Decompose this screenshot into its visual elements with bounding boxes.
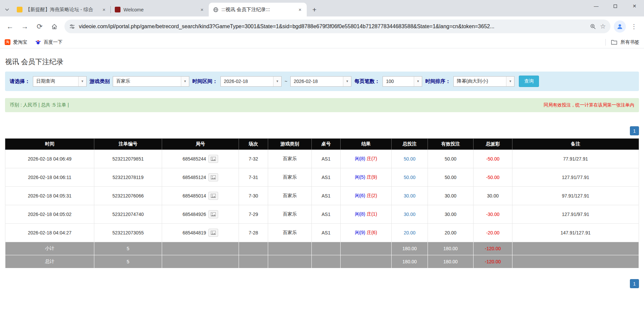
- cell-payout: -20.00: [474, 224, 512, 242]
- home-icon[interactable]: [48, 20, 61, 33]
- game-type-select[interactable]: 百家乐 ▼: [113, 76, 189, 87]
- subtotal-row: 小计 5 180.00 180.00 -120.00: [5, 242, 639, 255]
- page-1-button[interactable]: 1: [630, 279, 639, 288]
- address-bar[interactable]: videoie.com/ipl/portal.php/game/betrecor…: [64, 19, 610, 33]
- cell-table-no: AS1: [312, 168, 341, 187]
- grand-total-count: 5: [94, 255, 162, 268]
- zoom-icon[interactable]: [590, 24, 596, 30]
- cell-bet-no: 523212076066: [94, 187, 162, 205]
- page-size-select[interactable]: 100 ▼: [383, 76, 422, 87]
- cell-table-no: AS1: [312, 187, 341, 205]
- cell-session: 7-31: [239, 168, 268, 187]
- tab-close-icon[interactable]: ×: [297, 6, 303, 13]
- site-settings-icon[interactable]: [69, 24, 75, 30]
- cell-note: 127.91/97.91: [512, 205, 639, 224]
- round-result-button[interactable]: [208, 229, 218, 237]
- currency-summary-text: 币别 : 人民币 | 总共 :5 注单 |: [10, 102, 69, 108]
- chevron-down-icon[interactable]: ▼: [181, 77, 189, 86]
- table-row: 2026-02-18 04:06:49 523212079851 6854852…: [5, 150, 639, 168]
- time-sort-label: 时间排序：: [425, 78, 450, 85]
- cell-total-bet: 50.00: [392, 150, 428, 168]
- subtotal-payout: -120.00: [474, 242, 512, 255]
- cell-game: 百家乐: [268, 168, 312, 187]
- cell-time: 2026-02-18 04:06:11: [5, 168, 94, 187]
- chevron-down-icon[interactable]: ▼: [506, 77, 514, 86]
- result-player: 闲(5): [355, 174, 365, 180]
- browser-tab-bet-records[interactable]: :::视讯 会员下注纪录::: ×: [209, 3, 307, 16]
- tab-title: :::视讯 会员下注纪录:::: [221, 6, 294, 13]
- round-no-text: 685485014: [183, 193, 206, 198]
- result-player: 闲(9): [355, 230, 365, 235]
- search-button[interactable]: 查询: [519, 76, 539, 87]
- window-close-button[interactable]: ✕: [625, 0, 644, 12]
- browser-tab-welcome[interactable]: Welcome ×: [111, 3, 209, 16]
- cell-time: 2026-02-18 04:04:27: [5, 224, 94, 242]
- query-type-select[interactable]: 日期查询 ▼: [33, 76, 87, 87]
- profile-avatar[interactable]: [614, 20, 626, 33]
- round-no-text: 685485244: [183, 156, 206, 162]
- col-header-time: 时间: [5, 139, 94, 150]
- tab-close-icon[interactable]: ×: [101, 6, 107, 13]
- date-from-select[interactable]: 2026-02-18 ▼: [220, 76, 282, 87]
- date-to-select[interactable]: 2026-02-18 ▼: [290, 76, 351, 87]
- subtotal-count: 5: [94, 242, 162, 255]
- round-result-button[interactable]: [208, 155, 218, 163]
- cell-bet-no: 523212073055: [94, 224, 162, 242]
- table-row: 2026-02-18 04:06:11 523212078119 6854851…: [5, 168, 639, 187]
- browser-tab-forum[interactable]: 【新提醒】海燕策略论坛 - 综合 ×: [13, 3, 111, 16]
- col-header-valid-bet: 有效投注: [428, 139, 474, 150]
- cell-note: 147.91/127.91: [512, 224, 639, 242]
- cell-total-bet: 30.00: [392, 205, 428, 224]
- chevron-down-icon[interactable]: ▼: [273, 77, 281, 86]
- round-result-button[interactable]: [208, 210, 218, 218]
- window-minimize-button[interactable]: —: [587, 0, 606, 12]
- cell-time: 2026-02-18 04:05:31: [5, 187, 94, 205]
- filter-bar: 请选择： 日期查询 ▼ 游戏类别 百家乐 ▼ 时间区间： 2026-02-18 …: [5, 72, 639, 91]
- cell-result: 闲(6) 庄(2): [341, 187, 392, 205]
- bookmark-star-icon[interactable]: ☆: [600, 23, 606, 30]
- cell-valid-bet: 50.00: [428, 150, 474, 168]
- cell-session: 7-32: [239, 150, 268, 168]
- browser-tab-bar: 【新提醒】海燕策略论坛 - 综合 × Welcome × :::视讯 会员下注纪…: [0, 0, 644, 16]
- bookmark-label: 爱淘宝: [13, 39, 27, 45]
- menu-kebab-icon[interactable]: ⋮: [627, 20, 641, 33]
- cell-payout: -50.00: [474, 150, 512, 168]
- back-icon[interactable]: ←: [3, 20, 17, 33]
- round-result-button[interactable]: [208, 173, 218, 181]
- select-type-label: 请选择：: [10, 78, 30, 85]
- tab-title: Welcome: [123, 7, 196, 12]
- col-header-bet-no: 注单编号: [94, 139, 162, 150]
- cell-round-no: 685484819: [162, 224, 239, 242]
- time-sort-select[interactable]: 降幂(由大到小) ▼: [453, 76, 514, 87]
- cell-round-no: 685485014: [162, 187, 239, 205]
- col-header-round-no: 局号: [162, 139, 239, 150]
- time-sort-value: 降幂(由大到小): [454, 77, 506, 86]
- cell-bet-no: 523212079851: [94, 150, 162, 168]
- bet-records-table: 时间 注单编号 局号 场次 游戏类别 桌号 结果 总投注 有效投注 总派彩 备注…: [5, 138, 639, 268]
- tab-close-icon[interactable]: ×: [199, 6, 205, 13]
- round-result-button[interactable]: [208, 192, 218, 200]
- cell-result: 闲(8) 庄(7): [341, 150, 392, 168]
- chevron-down-icon[interactable]: ▼: [78, 77, 86, 86]
- cell-total-bet: 30.00: [392, 187, 428, 205]
- all-bookmarks[interactable]: 所有书签: [605, 39, 639, 46]
- window-maximize-button[interactable]: [606, 0, 625, 12]
- page-1-button[interactable]: 1: [630, 126, 639, 135]
- new-tab-button[interactable]: +: [309, 4, 320, 15]
- bookmark-aitaobao[interactable]: 淘 爱淘宝: [5, 39, 27, 45]
- result-banker: 庄(2): [366, 193, 377, 198]
- url-text[interactable]: videoie.com/ipl/portal.php/game/betrecor…: [79, 24, 586, 30]
- cell-payout: 30.00: [474, 187, 512, 205]
- refresh-icon[interactable]: ⟳: [33, 20, 46, 33]
- welcome-favicon-icon: [115, 7, 120, 12]
- bookmark-baidu[interactable]: 百度一下: [35, 39, 62, 45]
- table-row: 2026-02-18 04:04:27 523212073055 6854848…: [5, 224, 639, 242]
- forward-icon[interactable]: →: [18, 20, 32, 33]
- grand-total-total-bet: 180.00: [392, 255, 428, 268]
- chevron-down-icon[interactable]: ▼: [343, 77, 351, 86]
- bookmarks-bar: 淘 爱淘宝 百度一下 所有书签: [0, 36, 644, 48]
- cell-bet-no: 523212074740: [94, 205, 162, 224]
- range-separator: ~: [285, 79, 287, 84]
- tab-search-chevron-icon[interactable]: [1, 3, 13, 16]
- chevron-down-icon[interactable]: ▼: [414, 77, 422, 86]
